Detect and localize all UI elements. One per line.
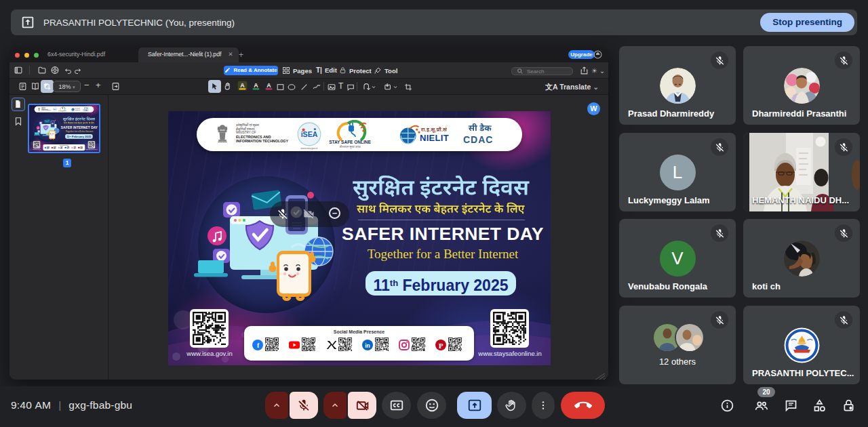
svg-text:iSEA: iSEA (301, 130, 318, 138)
svg-text:in: in (365, 342, 370, 349)
svg-text:P: P (439, 342, 443, 350)
svg-text:A: A (267, 82, 271, 89)
svg-text:in: in (65, 148, 66, 148)
svg-text:A: A (240, 82, 245, 89)
svg-text:A: A (254, 82, 258, 89)
